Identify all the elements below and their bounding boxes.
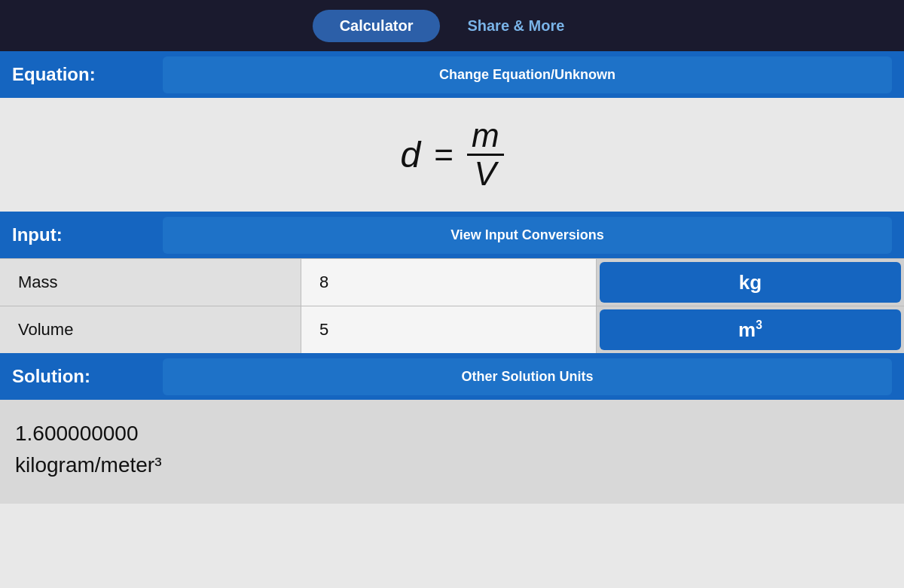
tab-calculator[interactable]: Calculator <box>313 10 441 42</box>
equation-header: Equation: Change Equation/Unknown <box>0 51 904 98</box>
input-table: Mass 8 kg Volume 5 m3 <box>0 258 904 353</box>
equation-display: d = m V <box>0 98 904 212</box>
change-equation-button[interactable]: Change Equation/Unknown <box>163 56 892 93</box>
tab-share[interactable]: Share & More <box>440 10 591 42</box>
solution-value: 1.600000000 kilogram/meter³ <box>15 418 889 481</box>
input-header: Input: View Input Conversions <box>0 212 904 258</box>
input-label: Input: <box>12 224 163 245</box>
solution-line2: kilogram/meter³ <box>15 449 889 481</box>
view-conversions-button[interactable]: View Input Conversions <box>163 217 892 254</box>
formula-numerator: m <box>467 119 504 156</box>
solution-line1: 1.600000000 <box>15 418 889 449</box>
solution-display: 1.600000000 kilogram/meter³ <box>0 400 904 504</box>
volume-unit-button[interactable]: m3 <box>600 309 901 350</box>
volume-unit-text: m3 <box>738 318 762 342</box>
mass-label: Mass <box>0 259 301 306</box>
mass-value[interactable]: 8 <box>301 259 597 306</box>
mass-row: Mass 8 kg <box>0 259 904 306</box>
formula-lhs: d <box>400 134 420 175</box>
solution-header: Solution: Other Solution Units <box>0 353 904 400</box>
volume-row: Volume 5 m3 <box>0 306 904 353</box>
volume-label: Volume <box>0 306 301 353</box>
formula-equals: = <box>434 136 454 174</box>
other-solution-units-button[interactable]: Other Solution Units <box>163 358 892 395</box>
solution-label: Solution: <box>12 366 163 387</box>
equation-label: Equation: <box>12 64 163 85</box>
formula: d = m V <box>400 119 503 190</box>
volume-value[interactable]: 5 <box>301 306 597 353</box>
formula-denominator: V <box>470 156 501 190</box>
formula-fraction: m V <box>467 119 504 190</box>
top-navigation: Calculator Share & More <box>0 0 904 51</box>
mass-unit-button[interactable]: kg <box>600 262 901 303</box>
